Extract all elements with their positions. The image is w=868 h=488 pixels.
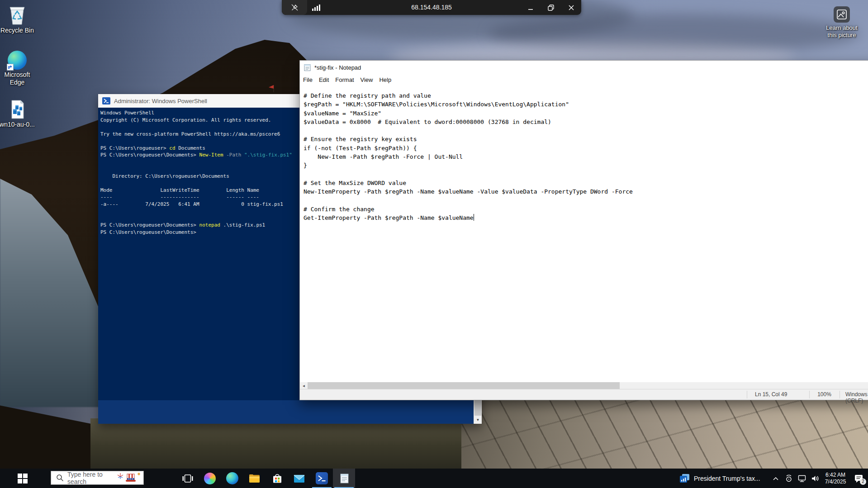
rock-slabs <box>461 394 868 469</box>
status-separator <box>840 391 840 398</box>
notepad-icon <box>338 473 350 484</box>
scrollbar-thumb[interactable] <box>308 382 620 389</box>
edge-icon <box>226 472 238 484</box>
notification-count-badge: 2 <box>860 479 866 485</box>
microsoft-store-button[interactable] <box>266 469 288 488</box>
speaker-icon <box>811 474 820 483</box>
tray-expand-button[interactable] <box>770 469 782 488</box>
search-input[interactable]: Type here to search <box>51 471 144 485</box>
desktop-icon-edge[interactable]: Microsoft Edge <box>0 51 38 86</box>
status-zoom-level: 100% <box>809 391 840 398</box>
edge-taskbar-button[interactable] <box>221 469 243 488</box>
desktop-icon-label: Recycle Bin <box>0 27 38 34</box>
powershell-window-title: Administrator: Windows PowerShell <box>114 98 207 104</box>
close-icon <box>569 5 574 10</box>
desktop-icon-recycle-bin[interactable]: Recycle Bin <box>0 5 38 34</box>
rdp-close-button[interactable] <box>561 0 581 15</box>
status-line-ending: Windows (CRLF) <box>845 391 868 404</box>
taskbar-clock[interactable]: 6:42 AM 7/4/2025 <box>823 469 848 488</box>
mail-icon <box>293 473 305 484</box>
ethernet-icon <box>797 474 806 483</box>
action-center-button[interactable]: 2 <box>849 469 868 488</box>
learn-about-picture-button[interactable] <box>834 6 850 23</box>
restore-icon <box>548 5 554 11</box>
console-bottom-area <box>98 400 474 424</box>
notepad-taskbar-button[interactable] <box>333 469 355 488</box>
notepad-text-area[interactable]: # Define the registry path and value $re… <box>300 85 868 382</box>
copilot-button[interactable] <box>199 469 221 488</box>
search-icon <box>56 474 64 482</box>
clock-date: 7/4/2025 <box>825 479 846 485</box>
menu-help[interactable]: Help <box>376 76 394 83</box>
text-caret <box>474 214 474 221</box>
notepad-document-text: # Define the registry path and value $re… <box>304 91 633 222</box>
notepad-menubar: File Edit Format View Help <box>300 75 868 85</box>
start-button[interactable] <box>0 469 45 488</box>
news-headline: President Trump's tax... <box>694 475 760 482</box>
holiday-doodle-icon <box>116 471 142 485</box>
powershell-taskbar-button[interactable] <box>311 469 333 488</box>
news-and-interests-button[interactable]: President Trump's tax... <box>679 469 768 488</box>
shortcut-arrow-icon <box>7 64 14 71</box>
desktop-icon-label: wn10-au-0... <box>0 121 38 128</box>
task-view-icon <box>182 473 194 484</box>
mail-button[interactable] <box>288 469 310 488</box>
console-output: Windows PowerShellCopyright (C) Microsof… <box>100 109 292 236</box>
clock-time: 6:42 AM <box>825 472 845 479</box>
menu-edit[interactable]: Edit <box>316 76 332 83</box>
chevron-up-icon <box>773 476 779 481</box>
microsoft-store-icon <box>271 473 283 484</box>
desktop-icon-wn10-script[interactable]: wn10-au-0... <box>0 99 38 128</box>
foreground-rocks <box>90 418 520 469</box>
rdp-restore-button[interactable] <box>541 0 561 15</box>
file-explorer-icon <box>248 473 261 484</box>
search-placeholder: Type here to search <box>67 471 116 485</box>
volume-button[interactable] <box>809 469 821 488</box>
minimize-icon <box>528 5 533 10</box>
learn-about-picture-label: Learn about this picture <box>821 24 862 39</box>
copilot-icon <box>204 473 216 484</box>
notepad-window-title: *stig-fix - Notepad <box>314 64 361 71</box>
tray-status-button[interactable] <box>783 469 795 488</box>
status-line-col: Ln 15, Col 49 <box>755 391 787 398</box>
notepad-horizontal-scrollbar[interactable]: ◄ <box>300 382 868 389</box>
picture-icon <box>837 9 847 19</box>
rdp-connection-bar[interactable]: 68.154.48.185 <box>282 0 581 15</box>
scrollbar-left-arrow[interactable]: ◄ <box>300 382 308 389</box>
notepad-window: *stig-fix - Notepad File Edit Format Vie… <box>299 60 868 400</box>
notepad-icon <box>304 64 311 71</box>
menu-file[interactable]: File <box>300 76 316 83</box>
windows-logo-icon <box>17 473 28 484</box>
red-flag <box>269 85 274 89</box>
powershell-icon <box>316 472 328 484</box>
menu-format[interactable]: Format <box>332 76 357 83</box>
menu-view[interactable]: View <box>357 76 376 83</box>
taskbar: Type here to search <box>0 469 868 488</box>
recycle-bin-icon <box>7 5 27 25</box>
desktop-icon-label: Microsoft Edge <box>0 71 38 86</box>
device-status-icon <box>785 474 793 483</box>
desktop-surface: Recycle Bin Microsoft Edge wn10-au-0... <box>0 0 868 488</box>
task-view-button[interactable] <box>176 469 199 488</box>
network-button[interactable] <box>796 469 808 488</box>
powershell-script-file-icon <box>8 99 26 119</box>
notepad-titlebar[interactable]: *stig-fix - Notepad <box>300 61 868 75</box>
status-separator <box>747 391 747 398</box>
file-explorer-button[interactable] <box>243 469 266 488</box>
powershell-icon <box>102 97 110 105</box>
news-widget-icon <box>679 474 690 483</box>
rdp-minimize-button[interactable] <box>520 0 541 15</box>
scrollbar-down-arrow[interactable]: ▼ <box>474 416 482 424</box>
notepad-statusbar: Ln 15, Col 49 100% Windows (CRLF) <box>300 389 868 400</box>
